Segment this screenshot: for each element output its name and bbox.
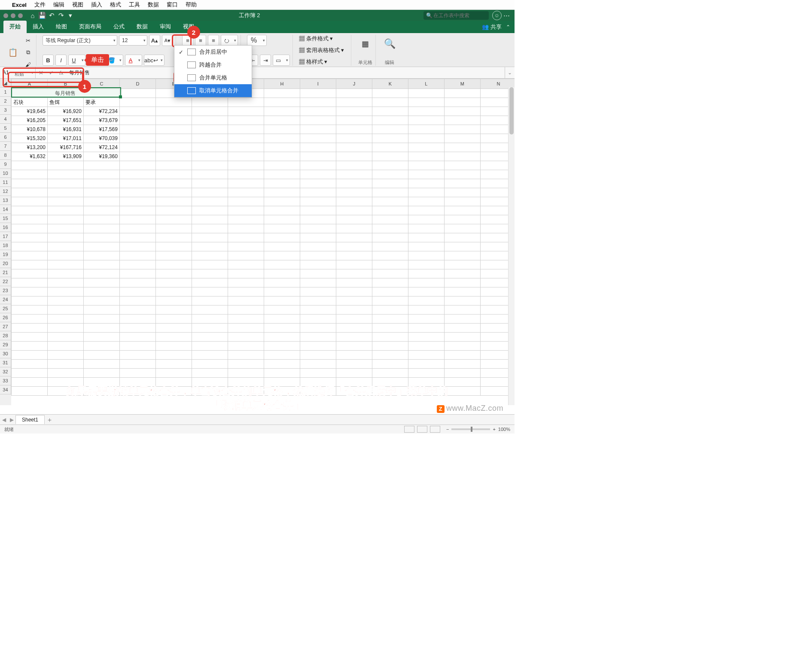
menu-data[interactable]: 数据 [148, 1, 159, 9]
ribbon-tab-layout[interactable]: 页面布局 [73, 21, 107, 33]
sheet-table[interactable]: ABCDEFGHIJKLMN 每月销售 石块鱼饵要承 ¥19,645¥16,92… [11, 79, 515, 396]
menu-window[interactable]: 窗口 [167, 1, 178, 9]
table-row[interactable] [11, 233, 515, 242]
table-row[interactable]: ¥16,205¥17,651¥73,679 [11, 116, 515, 125]
table-format-button[interactable]: ▦ 套用表格格式 ▾ [299, 46, 344, 54]
table-row[interactable] [11, 324, 515, 333]
table-row[interactable] [11, 296, 515, 305]
font-size-select[interactable]: 12 [119, 35, 147, 46]
font-name-select[interactable]: 等线 Regular (正文) [43, 35, 117, 46]
find-button[interactable]: 🔍 [382, 35, 397, 53]
vertical-scrollbar[interactable] [508, 87, 515, 405]
table-row[interactable] [11, 278, 515, 287]
paste-button[interactable]: 📋 [5, 43, 21, 61]
merge-cells-item[interactable]: 合并单元格 [174, 71, 252, 84]
expand-formula-icon[interactable]: ⌄ [505, 67, 515, 78]
row-header[interactable]: 28 [0, 331, 11, 340]
table-row[interactable] [11, 206, 515, 215]
add-sheet-button[interactable]: ＋ [45, 416, 54, 424]
table-row[interactable] [11, 351, 515, 360]
grid[interactable]: ◢ 12345678910111213141516171819202122232… [0, 79, 515, 405]
collapse-ribbon-icon[interactable]: ⌃ [506, 24, 510, 30]
name-box[interactable]: A1 [0, 67, 36, 78]
app-name[interactable]: Excel [12, 2, 27, 8]
table-row[interactable] [11, 251, 515, 260]
table-row[interactable] [11, 287, 515, 296]
row-header[interactable]: 24 [0, 295, 11, 304]
row-header[interactable]: 29 [0, 340, 11, 349]
font-color-button[interactable]: A [125, 55, 142, 66]
row-header[interactable]: 27 [0, 322, 11, 331]
table-row[interactable]: ¥19,645¥16,920¥72,234 [11, 107, 515, 116]
cut-icon[interactable]: ✂ [22, 35, 34, 46]
redo-icon[interactable]: ↷ [56, 12, 66, 19]
table-row[interactable]: ¥15,320¥17,011¥70,039 [11, 134, 515, 143]
search-input[interactable] [433, 12, 486, 19]
ribbon-tab-review[interactable]: 审阅 [154, 21, 177, 33]
zoom-in-icon[interactable]: + [493, 427, 495, 432]
table-row[interactable] [11, 260, 515, 269]
wrap-text-button[interactable]: abc↩ [144, 55, 164, 66]
column-headers[interactable]: ABCDEFGHIJKLMN [11, 79, 515, 89]
titlebar-more-icon[interactable]: ⋯ [502, 12, 511, 19]
ribbon-tab-view[interactable]: 视图 [177, 21, 200, 33]
ribbon-tab-data[interactable]: 数据 [131, 21, 154, 33]
sheet-nav-prev-icon[interactable]: ◀ [0, 417, 8, 423]
row-header[interactable]: 5 [0, 124, 11, 133]
table-row[interactable] [11, 315, 515, 324]
table-row[interactable] [11, 387, 515, 396]
menu-file[interactable]: 文件 [34, 1, 46, 9]
row-header[interactable]: 14 [0, 205, 11, 214]
table-row[interactable]: ¥1,632¥13,909¥19,360 [11, 152, 515, 161]
table-row[interactable] [11, 378, 515, 387]
zoom-value[interactable]: 100% [498, 427, 510, 432]
row-header[interactable]: 22 [0, 277, 11, 286]
menu-edit[interactable]: 编辑 [53, 1, 64, 9]
ribbon-tab-insert[interactable]: 插入 [27, 21, 50, 33]
sheet-nav-next-icon[interactable]: ▶ [8, 417, 15, 423]
row-header[interactable]: 26 [0, 313, 11, 322]
user-avatar-icon[interactable]: ☺ [492, 11, 502, 20]
row-header[interactable]: 7 [0, 142, 11, 151]
number-format-button[interactable]: ▭ [273, 55, 290, 66]
row-header[interactable]: 6 [0, 133, 11, 142]
table-row[interactable] [11, 188, 515, 197]
cond-format-button[interactable]: ▦ 条件格式 ▾ [299, 35, 333, 43]
table-row[interactable] [11, 161, 515, 170]
row-header[interactable]: 2 [0, 97, 11, 106]
decrease-font-button[interactable]: A▾ [162, 35, 173, 46]
scrollbar-thumb[interactable] [509, 87, 514, 134]
row-header[interactable]: 4 [0, 115, 11, 124]
row-header[interactable]: 31 [0, 358, 11, 367]
zoom-slider[interactable]: − + 100% [446, 427, 510, 432]
insert-cells-button[interactable]: ▦ [357, 35, 373, 53]
table-row[interactable] [11, 170, 515, 179]
row-header[interactable]: 11 [0, 178, 11, 187]
merge-across-item[interactable]: 跨越合并 [174, 58, 252, 71]
table-row[interactable] [11, 269, 515, 278]
menu-tools[interactable]: 工具 [129, 1, 140, 9]
row-header[interactable]: 30 [0, 349, 11, 358]
ribbon-tab-draw[interactable]: 绘图 [50, 21, 73, 33]
row-header[interactable]: 1 [0, 88, 11, 97]
fx-icon[interactable]: fx [56, 70, 67, 76]
row-header[interactable]: 16 [0, 223, 11, 232]
row-headers[interactable]: ◢ 12345678910111213141516171819202122232… [0, 79, 11, 405]
row-header[interactable]: 25 [0, 304, 11, 313]
sheet-body[interactable]: 每月销售 石块鱼饵要承 ¥19,645¥16,920¥72,234¥16,205… [11, 89, 515, 396]
table-row[interactable] [11, 333, 515, 342]
menu-view[interactable]: 视图 [72, 1, 83, 9]
cell-styles-button[interactable]: ▦ 格样式 ▾ [299, 58, 327, 66]
underline-button[interactable]: U [68, 55, 85, 66]
ribbon-tab-formulas[interactable]: 公式 [107, 21, 131, 33]
row-header[interactable]: 13 [0, 196, 11, 205]
qat-more-icon[interactable]: ▾ [66, 12, 75, 19]
window-controls[interactable] [3, 13, 23, 18]
view-buttons[interactable] [404, 426, 440, 433]
row-header[interactable]: 8 [0, 151, 11, 160]
menu-format[interactable]: 格式 [110, 1, 121, 9]
table-row[interactable] [11, 179, 515, 188]
table-row[interactable] [11, 305, 515, 315]
table-row[interactable]: ¥10,678¥16,931¥17,569 [11, 125, 515, 134]
sheet-tab-1[interactable]: Sheet1 [15, 415, 45, 424]
